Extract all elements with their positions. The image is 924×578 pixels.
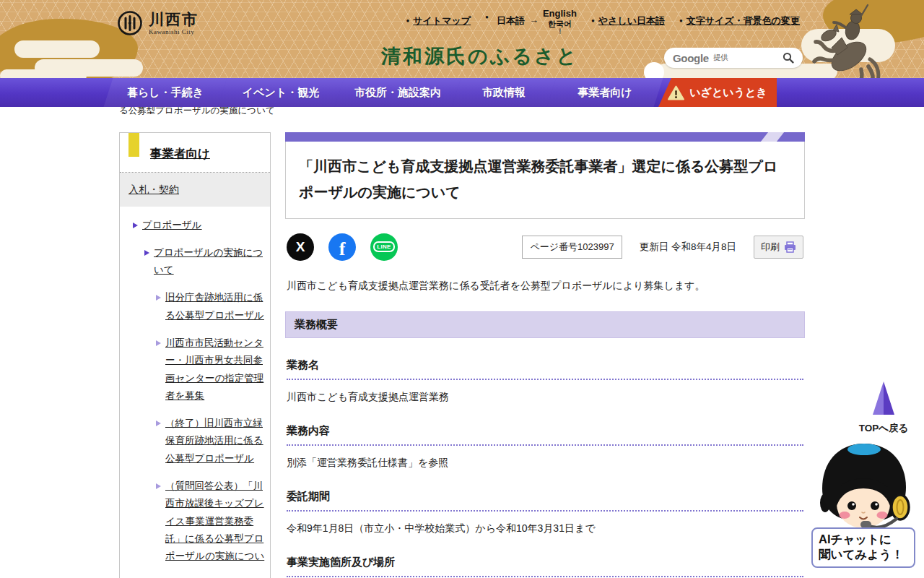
- back-to-top-label: TOPへ戻る: [856, 422, 911, 435]
- nav-item-label: 市政情報: [482, 86, 526, 100]
- display-settings-link[interactable]: 文字サイズ・背景色の変更: [679, 14, 800, 27]
- field-heading: 業務内容: [287, 424, 803, 446]
- sidebar-category-link: 入札・契約: [128, 184, 179, 195]
- field-value: 別添「運営業務委託仕様書」を参照: [287, 457, 803, 470]
- field-value: 令和9年1月8日（市立小・中学校始業式）から令和10年3月31日まで: [287, 522, 803, 535]
- main-content: 「川西市こども育成支援拠点運営業務委託事業者」選定に係る公募型プロポーザルの実施…: [285, 132, 805, 578]
- bookmark-ribbon-icon: [128, 133, 139, 157]
- triangle-bullet-icon: [144, 250, 149, 256]
- nav-item-label: 暮らし・手続き: [127, 86, 204, 100]
- print-button[interactable]: 印刷: [754, 236, 803, 259]
- meta-right: ページ番号1023997 更新日 令和8年4月8日 印刷: [522, 236, 803, 259]
- field-block: 業務名川西市こども育成支援拠点運営業務: [285, 358, 805, 404]
- sidebar-category[interactable]: 入札・契約: [120, 173, 270, 207]
- triangle-bullet-icon: [156, 340, 161, 346]
- city-logo[interactable]: 川西市 Kawanishi City: [117, 10, 199, 36]
- sidebar-item[interactable]: プロポーザルの実施について: [144, 244, 266, 280]
- cloud-decoration: [14, 40, 100, 58]
- more-languages-icon[interactable]: ⋮: [557, 29, 563, 33]
- search-provided-label: 提供: [713, 53, 728, 63]
- field-heading: 業務名: [287, 358, 803, 380]
- triangle-bullet-icon: [156, 483, 161, 489]
- utility-nav: サイトマップ 日本語 → English 한국어 ⋮ やさしい日本語 文字サイズ…: [406, 14, 800, 33]
- triangle-bullet-icon: [156, 295, 161, 301]
- x-icon: X: [296, 239, 305, 255]
- intro-text: 川西市こども育成支援拠点運営業務に係る受託者を公募型プロポーザルにより募集します…: [287, 280, 803, 293]
- page: 川西市 Kawanishi City 清和源氏のふるさと サイトマップ 日本語 …: [0, 0, 924, 578]
- line-icon: LINE: [373, 241, 394, 252]
- arrow-up-icon: [871, 381, 896, 415]
- share-line-button[interactable]: LINE: [370, 233, 398, 261]
- sidebar-item[interactable]: 川西市市民活動センター・川西市男女共同参画センターの指定管理者を募集: [156, 335, 266, 405]
- sitemap-link[interactable]: サイトマップ: [406, 14, 471, 27]
- print-button-label: 印刷: [761, 241, 780, 254]
- sidebar-item[interactable]: プロポーザル: [133, 217, 266, 234]
- sidebar-item-label: （終了）旧川西市立緑保育所跡地活用に係る公募型プロポーザル: [165, 415, 266, 467]
- field-heading: 事業実施箇所及び場所: [287, 556, 803, 577]
- meta-row: X f LINE ページ番号1023997 更新日 令和8年4月8日 印刷: [287, 233, 803, 261]
- ai-chat-bubble[interactable]: AIチャットに 聞いてみよう！: [811, 527, 915, 568]
- language-options[interactable]: English 한국어 ⋮: [543, 9, 577, 33]
- sidebar-title-link[interactable]: 事業者向け: [150, 147, 210, 160]
- updated-date: 更新日 令和8年4月8日: [640, 241, 736, 254]
- triangle-bullet-icon: [156, 420, 161, 426]
- back-to-top-button[interactable]: TOPへ戻る: [856, 381, 911, 435]
- sidebar-item-label: プロポーザル: [142, 217, 202, 234]
- kawanishi-emblem-icon: [117, 10, 143, 36]
- field-value: 川西市こども育成支援拠点運営業務: [287, 391, 803, 404]
- sidebar-item[interactable]: （終了）旧川西市立緑保育所跡地活用に係る公募型プロポーザル: [156, 415, 266, 467]
- warning-icon: [668, 85, 684, 100]
- printer-icon: [784, 241, 796, 253]
- main-nav: 暮らし・手続きイベント・観光市役所・施設案内市政情報事業者向けいざというとき: [0, 78, 924, 107]
- page-title: 「川西市こども育成支援拠点運営業務委託事業者」選定に係る公募型プロポーザルの実施…: [299, 153, 791, 205]
- emergency-button[interactable]: いざというとき: [658, 78, 777, 107]
- easy-japanese-link[interactable]: やさしい日本語: [591, 14, 665, 27]
- sidebar: 事業者向け 入札・契約 プロポーザルプロポーザルの実施について旧分庁舎跡地活用に…: [119, 132, 271, 578]
- nav-item-label: イベント・観光: [243, 86, 319, 100]
- share-x-button[interactable]: X: [287, 233, 314, 261]
- facebook-icon: f: [339, 238, 346, 260]
- nav-item[interactable]: イベント・観光: [222, 78, 339, 107]
- nav-item[interactable]: 事業者向け: [552, 78, 658, 107]
- ai-chat-widget[interactable]: AIチャットに 聞いてみよう！: [810, 441, 918, 568]
- sidebar-item[interactable]: （質問回答公表）「川西市放課後キッズプレイス事業運営業務委託」に係る公募型プロポ…: [156, 478, 266, 565]
- title-box: 「川西市こども育成支援拠点運営業務委託事業者」選定に係る公募型プロポーザルの実施…: [285, 142, 805, 219]
- city-name: 川西市: [149, 12, 199, 27]
- section-header: 業務概要: [285, 311, 805, 338]
- search-icon[interactable]: [783, 52, 794, 64]
- city-name-en: Kawanishi City: [149, 28, 199, 35]
- city-tagline: 清和源氏のふるさと: [381, 43, 578, 69]
- content-accent-bar: [285, 132, 805, 142]
- nav-item[interactable]: 市政情報: [456, 78, 552, 107]
- google-logo: Google: [673, 52, 709, 64]
- current-language: 日本語: [497, 14, 525, 27]
- nav-item[interactable]: 暮らし・手続き: [108, 78, 222, 107]
- accent-bar-stripe: [754, 132, 791, 142]
- site-search-box[interactable]: Google 提供: [664, 48, 803, 68]
- field-heading: 委託期間: [287, 490, 803, 512]
- field-block: 委託期間令和9年1月8日（市立小・中学校始業式）から令和10年3月31日まで: [285, 490, 805, 535]
- sidebar-item[interactable]: 旧分庁舎跡地活用に係る公募型プロポーザル: [156, 289, 266, 324]
- field-block: 業務内容別添「運営業務委託仕様書」を参照: [285, 424, 805, 470]
- sidebar-item-label: （質問回答公表）「川西市放課後キッズプレイス事業運営業務委託」に係る公募型プロポ…: [165, 478, 266, 565]
- page-number-badge: ページ番号1023997: [522, 236, 622, 259]
- nav-item-label: 事業者向け: [578, 86, 632, 100]
- ai-chat-mascot: [810, 441, 918, 533]
- nav-item-label: 市役所・施設案内: [354, 86, 441, 100]
- site-header: 川西市 Kawanishi City 清和源氏のふるさと サイトマップ 日本語 …: [0, 0, 924, 78]
- share-icons: X f LINE: [287, 233, 398, 261]
- sidebar-item-label: 川西市市民活動センター・川西市男女共同参画センターの指定管理者を募集: [165, 335, 266, 405]
- share-facebook-button[interactable]: f: [328, 233, 356, 261]
- triangle-bullet-icon: [133, 223, 138, 228]
- language-switcher[interactable]: 日本語 → English 한국어 ⋮: [485, 14, 577, 33]
- sidebar-item-label: 旧分庁舎跡地活用に係る公募型プロポーザル: [165, 289, 266, 324]
- sidebar-header: 事業者向け: [120, 133, 270, 173]
- nav-item[interactable]: 市役所・施設案内: [339, 78, 456, 107]
- arrow-right-icon: →: [529, 14, 539, 25]
- emergency-button-label: いざというとき: [689, 86, 767, 100]
- sidebar-item-label: プロポーザルの実施について: [154, 244, 266, 280]
- field-block: 事業実施箇所及び場所別添「運営業務委託仕様書」参照: [285, 556, 805, 578]
